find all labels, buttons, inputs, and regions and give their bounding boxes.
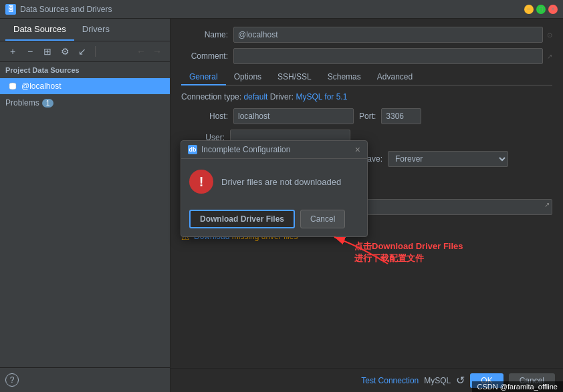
back-button[interactable]: ← xyxy=(134,45,148,58)
incomplete-config-modal: db Incomplete Configuration × ! Driver f… xyxy=(181,140,368,237)
left-bottom: ? xyxy=(0,367,170,392)
conn-type-label: Connection type: xyxy=(181,92,243,102)
host-input[interactable] xyxy=(233,108,354,124)
driver-label: Driver: xyxy=(270,92,296,102)
problems-label: Problems xyxy=(5,98,39,108)
window-title: Data Sources and Drivers xyxy=(20,5,112,14)
tab-general[interactable]: General xyxy=(181,69,226,85)
tab-data-sources[interactable]: Data Sources xyxy=(5,19,74,41)
database-icon xyxy=(8,81,17,91)
host-label: Host: xyxy=(181,112,228,121)
window-controls: − □ × xyxy=(524,5,558,14)
tab-advanced[interactable]: Advanced xyxy=(369,69,421,85)
modal-body: ! Driver files are not downloaded xyxy=(181,159,367,204)
tab-schemas[interactable]: Schemas xyxy=(320,69,369,85)
forward-button[interactable]: → xyxy=(150,45,164,58)
panel-tabs: General Options SSH/SSL Schemas Advanced xyxy=(181,69,552,85)
datasource-localhost[interactable]: @localhost xyxy=(0,78,170,94)
problems-section: Problems 1 xyxy=(0,94,170,112)
section-project-data-sources: Project Data Sources xyxy=(0,62,170,78)
modal-cancel-button[interactable]: Cancel xyxy=(300,210,345,228)
comment-label: Comment: xyxy=(181,51,228,61)
top-tabs: Data Sources Drivers xyxy=(0,19,170,41)
port-label: Port: xyxy=(359,112,376,121)
settings-button[interactable]: ⚙ xyxy=(58,44,72,59)
copy-button[interactable]: ⊞ xyxy=(40,44,55,59)
minimize-button[interactable]: − xyxy=(524,5,534,14)
remove-button[interactable]: − xyxy=(23,44,37,59)
undo-button[interactable]: ↺ xyxy=(456,374,465,387)
driver-value[interactable]: MySQL for 5.1 xyxy=(296,92,347,102)
title-bar: 🗄 Data Sources and Drivers − □ × xyxy=(0,0,563,19)
modal-title-bar: db Incomplete Configuration × xyxy=(181,141,367,159)
left-toolbar: + − ⊞ ⚙ ↙ ← → xyxy=(0,41,170,62)
arrow-svg xyxy=(314,227,395,267)
modal-app-icon: db xyxy=(188,145,197,154)
save-select[interactable]: Forever Until restart Never xyxy=(388,151,508,167)
name-label: Name: xyxy=(181,30,228,39)
modal-title: Incomplete Configuration xyxy=(201,145,290,154)
comment-input[interactable] xyxy=(233,48,543,64)
modal-message: Driver files are not downloaded xyxy=(221,177,341,187)
watermark: CSDN @faramita_offline xyxy=(472,381,563,392)
url-expand-icon: ↗ xyxy=(544,201,550,208)
error-icon: ! xyxy=(189,170,213,194)
comment-row: Comment: ↗ xyxy=(181,48,552,64)
comment-expand-icon: ↗ xyxy=(547,53,552,60)
test-connection-button[interactable]: Test Connection xyxy=(361,376,419,385)
app-icon: 🗄 xyxy=(5,4,16,15)
tab-drivers[interactable]: Drivers xyxy=(74,19,118,41)
tab-options[interactable]: Options xyxy=(226,69,269,85)
left-panel: Data Sources Drivers + − ⊞ ⚙ ↙ ← → Proje… xyxy=(0,19,171,392)
help-button[interactable]: ? xyxy=(5,373,19,387)
close-button[interactable]: × xyxy=(548,5,558,14)
host-row: Host: Port: xyxy=(181,108,552,124)
add-button[interactable]: + xyxy=(5,44,20,59)
problems-badge: 1 xyxy=(42,99,54,108)
download-driver-button[interactable]: Download Driver Files xyxy=(189,210,295,228)
modal-close-button[interactable]: × xyxy=(355,145,360,154)
import-button[interactable]: ↙ xyxy=(75,44,90,59)
name-arrow-icon: ⊙ xyxy=(547,31,552,39)
conn-info: Connection type: default Driver: MySQL f… xyxy=(181,92,552,102)
port-input[interactable] xyxy=(381,108,421,124)
toolbar-separator xyxy=(95,46,96,57)
maximize-button[interactable]: □ xyxy=(536,5,546,14)
modal-title-left: db Incomplete Configuration xyxy=(188,145,290,154)
conn-type-value[interactable]: default xyxy=(243,92,267,102)
mysql-label: MySQL xyxy=(424,376,451,385)
arrow-annotation: 点击Download Driver Files 进行下载配置文件 xyxy=(354,240,463,264)
datasource-name: @localhost xyxy=(21,81,62,91)
tab-sshssl[interactable]: SSH/SSL xyxy=(269,69,320,85)
name-row: Name: ⊙ xyxy=(181,27,552,43)
name-input[interactable] xyxy=(233,27,543,43)
nav-buttons: ← → xyxy=(134,45,164,58)
